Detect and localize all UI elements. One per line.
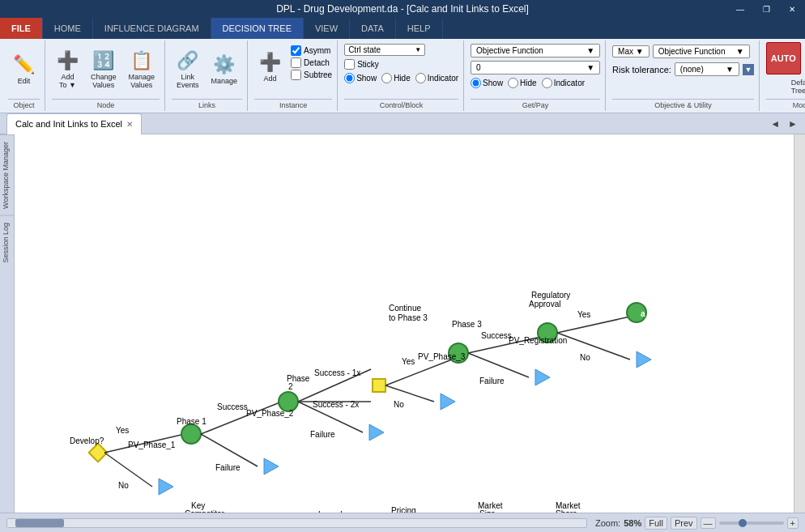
session-log-sidebar[interactable]: Session Log [0, 215, 14, 270]
expand-button[interactable]: ▼ [743, 64, 754, 75]
zoom-out-button[interactable]: — [701, 517, 716, 529]
auto-button[interactable]: AUTO [766, 42, 801, 74]
change-values-button[interactable]: 🔢 ChangeValues [86, 45, 121, 95]
close-button[interactable]: ✕ [779, 0, 805, 18]
show-radio[interactable]: Show [344, 73, 377, 83]
no-label-2: No [394, 400, 404, 409]
zoom-slider-thumb[interactable] [739, 519, 747, 527]
svg-line-11 [557, 317, 630, 333]
tab-home[interactable]: HOME [43, 18, 93, 39]
edit-button[interactable]: ✏️ Edit [8, 45, 40, 95]
ribbon-content: ✏️ Edit Object ➕ AddTo ▼ 🔢 ChangeValues … [0, 39, 805, 113]
manage-links-button[interactable]: ⚙️ Manage [207, 45, 243, 95]
zoom-slider[interactable] [719, 521, 784, 525]
default-tree-label: DefaultTree [791, 79, 805, 95]
failure-label-3: Failure [479, 377, 505, 385]
decision-node-phase2[interactable] [373, 379, 385, 392]
nav-prev-arrow[interactable]: ◄ [766, 117, 784, 131]
terminal-no-develop [159, 479, 173, 495]
ribbon-group-links: 🔗 LinkEvents ⚙️ Manage Links [167, 40, 248, 111]
subtree-checkbox[interactable]: Subtree [291, 70, 332, 80]
risk-tolerance-row: Risk tolerance: (none) ▼ ▼ [612, 62, 754, 76]
left-sidebars: Workspace Manager Session Log [0, 134, 15, 513]
a-label: a [641, 309, 645, 318]
tab-file[interactable]: FILE [0, 18, 43, 39]
tab-decision-tree[interactable]: DECISION TREE [211, 18, 304, 39]
horizontal-scrollbar[interactable] [6, 518, 587, 528]
develop-question-label: Develop? [70, 436, 104, 445]
app-title: DPL - Drug Development.da - [Calc and In… [276, 3, 529, 15]
full-button[interactable]: Full [645, 517, 667, 530]
pricing-label: Pricing [391, 506, 416, 513]
prev-button[interactable]: Prev [671, 517, 697, 530]
zoom-value: 58% [624, 518, 641, 528]
minimize-button[interactable]: — [727, 0, 753, 18]
ribbon-group-objective-utility: Max ▼ Objective Function ▼ Risk toleranc… [607, 40, 760, 111]
add-instance-button[interactable]: ➕ Add [254, 42, 286, 92]
objective-function-dropdown[interactable]: Objective Function ▼ [471, 44, 600, 57]
ribbon-group-node: ➕ AddTo ▼ 🔢 ChangeValues 📋 ManageValues … [47, 40, 165, 111]
maximize-button[interactable]: ❐ [753, 0, 779, 18]
doc-tab-close-button[interactable]: ✕ [126, 120, 133, 129]
success1x-label: Success - 1x [314, 368, 360, 377]
link-events-icon: 🔗 [177, 50, 198, 71]
terminal-failure-phase1 [264, 458, 279, 475]
obj-val-arrow: ▼ [586, 63, 594, 72]
chance-node-phase1[interactable] [181, 424, 201, 444]
manage-values-icon: 📋 [130, 50, 152, 71]
link-events-button[interactable]: 🔗 LinkEvents [172, 45, 204, 95]
change-values-icon: 🔢 [92, 50, 114, 71]
getpay-radio-group: Show Hide Indicator [471, 78, 585, 88]
pv-phase1-label: PV_Phase_1 [128, 440, 176, 449]
max-row: Max ▼ Objective Function ▼ [612, 45, 750, 58]
obj-utility-dropdown[interactable]: Objective Function ▼ [653, 45, 750, 58]
decision-node-develop[interactable] [89, 444, 108, 462]
detach-checkbox[interactable]: Detach [291, 57, 332, 68]
workspace-manager-sidebar[interactable]: Workspace Manager [0, 134, 14, 215]
doc-tab-calc[interactable]: Calc and Init Links to Excel ✕ [6, 113, 142, 134]
manage-values-button[interactable]: 📋 ManageValues [124, 45, 160, 95]
tab-influence-diagram[interactable]: INFLUENCE DIAGRAM [93, 18, 211, 39]
asymm-checkbox[interactable]: Asymm [291, 45, 332, 56]
zoom-in-button[interactable]: + [787, 517, 799, 529]
ribbon-group-instance: ➕ Add Asymm Detach Subtree Instance [249, 40, 338, 111]
tab-data[interactable]: DATA [350, 18, 396, 39]
success-label-3: Success [481, 331, 512, 340]
svg-line-8 [385, 385, 434, 402]
instance-checkboxes: Asymm Detach Subtree [291, 42, 332, 80]
no-label-1: No [118, 481, 129, 490]
terminal-failure-phase2 [369, 424, 384, 440]
yes-label-3: Yes [577, 310, 590, 319]
add-instance-icon: ➕ [259, 52, 281, 73]
manage-links-icon: ⚙️ [213, 54, 235, 75]
indicator-radio2[interactable]: Indicator [542, 78, 585, 88]
add-icon: ➕ [57, 50, 79, 71]
obj-dropdown-arrow: ▼ [586, 46, 594, 55]
no-label-3: No [580, 353, 590, 362]
sticky-checkbox[interactable]: Sticky [344, 59, 379, 70]
regulatory-label: Regulatory [531, 291, 570, 300]
nav-next-arrow[interactable]: ► [784, 117, 802, 131]
failure-label-2: Failure [310, 430, 335, 439]
status-bar: Zoom: 58% Full Prev — + [0, 513, 805, 532]
vertical-scrollbar[interactable] [794, 134, 805, 513]
svg-line-7 [385, 360, 452, 385]
show-radio2[interactable]: Show [471, 78, 503, 88]
add-to-button[interactable]: ➕ AddTo ▼ [52, 45, 83, 95]
doc-tab-bar: Calc and Init Links to Excel ✕ ◄ ► [0, 113, 805, 134]
ctrl-state-dropdown[interactable]: Ctrl state ▼ [344, 44, 425, 56]
success-label-1: Success [217, 402, 248, 411]
indicator-radio[interactable]: Indicator [415, 73, 458, 83]
hide-radio2[interactable]: Hide [508, 78, 537, 88]
tab-view[interactable]: VIEW [304, 18, 350, 39]
phase1-label: Phase 1 [177, 417, 207, 426]
ctrl-state-arrow: ▼ [415, 46, 421, 53]
max-button[interactable]: Max ▼ [612, 45, 650, 57]
launch-label: Launch [318, 510, 345, 513]
phase3-label: Phase 3 [452, 320, 482, 329]
objective-value-dropdown[interactable]: 0 ▼ [471, 61, 600, 74]
nav-arrows: ◄ ► [766, 117, 805, 131]
hide-radio[interactable]: Hide [381, 73, 411, 83]
tab-help[interactable]: HELP [396, 18, 443, 39]
risk-dropdown[interactable]: (none) ▼ [675, 62, 739, 76]
